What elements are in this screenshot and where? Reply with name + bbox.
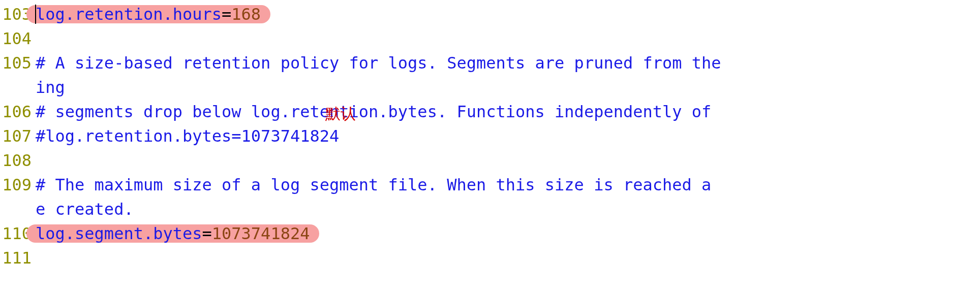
code-line-wrap[interactable]: e created. bbox=[0, 197, 980, 221]
code-line[interactable]: 107#log.retention.bytes=1073741824 bbox=[0, 124, 980, 148]
comment-text-wrap: e created. bbox=[36, 200, 134, 219]
comment-text: #log.retention.bytes=1073741824 bbox=[36, 126, 339, 146]
comment-text-wrap: ing bbox=[36, 78, 65, 97]
code-line[interactable]: 109# The maximum size of a log segment f… bbox=[0, 173, 980, 197]
line-number: 105 bbox=[0, 51, 36, 75]
comment-text: # segments drop below log.retention.byte… bbox=[36, 102, 721, 121]
code-line[interactable]: 104 bbox=[0, 26, 980, 51]
code-line[interactable]: 106# segments drop below log.retention.b… bbox=[0, 100, 980, 124]
line-number: 107 bbox=[0, 124, 36, 148]
code-line-wrap[interactable]: ing bbox=[0, 75, 980, 100]
config-value: 168 bbox=[231, 5, 261, 24]
code-line[interactable]: 108 bbox=[0, 148, 980, 173]
equals-sign: = bbox=[202, 224, 212, 243]
line-number: 109 bbox=[0, 173, 36, 197]
code-editor[interactable]: 默认 103log.retention.hours=168104105# A s… bbox=[0, 0, 980, 270]
comment-text: # A size-based retention policy for logs… bbox=[36, 53, 721, 73]
line-number: 106 bbox=[0, 100, 36, 124]
code-line[interactable]: 105# A size-based retention policy for l… bbox=[0, 51, 980, 75]
line-number: 111 bbox=[0, 246, 36, 270]
code-line[interactable]: 111 bbox=[0, 246, 980, 270]
config-value: 1073741824 bbox=[212, 224, 310, 243]
code-line[interactable]: 103log.retention.hours=168 bbox=[0, 2, 980, 26]
code-line[interactable]: 110log.segment.bytes=1073741824 bbox=[0, 221, 980, 246]
config-key: log.segment.bytes bbox=[36, 224, 202, 243]
config-key: log.retention.hours bbox=[36, 5, 222, 24]
line-number: 108 bbox=[0, 148, 36, 173]
line-number: 104 bbox=[0, 26, 36, 51]
comment-text: # The maximum size of a log segment file… bbox=[36, 175, 721, 194]
annotation-default: 默认 bbox=[325, 102, 356, 126]
equals-sign: = bbox=[222, 5, 231, 24]
